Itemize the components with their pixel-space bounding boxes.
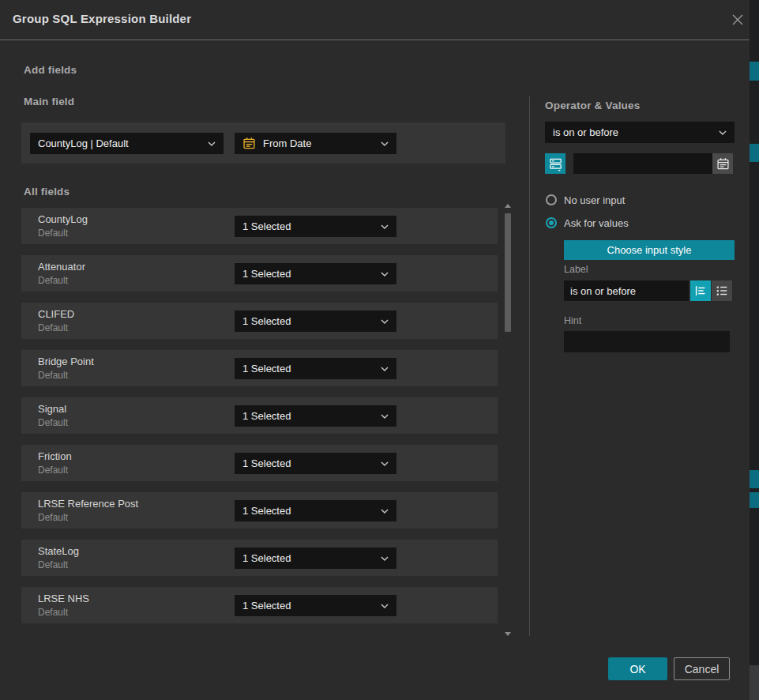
- field-selection-dropdown[interactable]: 1 Selected: [235, 310, 396, 332]
- field-selection-dropdown[interactable]: 1 Selected: [235, 216, 396, 237]
- field-row: CountyLog Default 1 Selected: [21, 208, 498, 244]
- field-selection-dropdown[interactable]: 1 Selected: [235, 358, 396, 379]
- field-row: Signal Default 1 Selected: [21, 397, 498, 434]
- choose-input-style-button[interactable]: Choose input style: [564, 240, 735, 260]
- label-input[interactable]: [564, 280, 689, 301]
- field-selection-dropdown[interactable]: 1 Selected: [235, 405, 396, 427]
- value-input[interactable]: [573, 153, 712, 174]
- add-fields-heading: Add fields: [24, 64, 77, 76]
- panel-divider: [529, 96, 530, 636]
- chevron-down-icon: [381, 224, 389, 229]
- field-subtitle: Default: [38, 322, 68, 333]
- titlebar: Group SQL Expression Builder: [0, 0, 750, 40]
- field-name: Friction: [38, 450, 72, 462]
- field-subtitle: Default: [38, 465, 68, 476]
- field-selection-value: 1 Selected: [242, 410, 381, 422]
- stacked-values-icon: [548, 156, 563, 171]
- chevron-down-icon: [381, 141, 389, 146]
- field-subtitle: Default: [38, 370, 68, 381]
- field-subtitle: Default: [38, 607, 68, 618]
- field-name: StateLog: [38, 545, 79, 557]
- chevron-down-icon: [381, 319, 389, 324]
- field-row: Bridge Point Default 1 Selected: [21, 350, 498, 386]
- scrollbar-down-arrow[interactable]: [505, 632, 511, 636]
- radio-no-user-input[interactable]: No user input: [546, 194, 625, 206]
- field-name: Bridge Point: [38, 356, 94, 367]
- operator-values-heading: Operator & Values: [545, 100, 640, 111]
- group-sql-expression-builder-dialog: Group SQL Expression Builder Add fields …: [0, 0, 750, 700]
- scrollbar-thumb[interactable]: [505, 213, 511, 332]
- field-row: Attenuator Default 1 Selected: [21, 255, 498, 292]
- field-selection-value: 1 Selected: [242, 552, 381, 564]
- field-selection-value: 1 Selected: [242, 457, 381, 469]
- app-edge-accent: [750, 470, 759, 488]
- screen: Group SQL Expression Builder Add fields …: [0, 0, 759, 700]
- field-selection-dropdown[interactable]: 1 Selected: [235, 453, 396, 474]
- list-input-style-button[interactable]: [712, 280, 732, 301]
- bulleted-list-icon: [715, 284, 729, 298]
- field-name: LRSE Reference Post: [38, 498, 138, 510]
- field-row: Friction Default 1 Selected: [21, 445, 498, 481]
- field-name: Signal: [38, 403, 66, 415]
- calendar-icon: [716, 157, 730, 171]
- app-edge-accent: [750, 492, 759, 508]
- radio-ask-for-values[interactable]: Ask for values: [546, 216, 629, 229]
- field-row: LRSE Reference Post Default 1 Selected: [21, 492, 498, 529]
- app-edge-accent: [750, 62, 759, 81]
- chevron-down-icon: [381, 414, 389, 419]
- value-source-button[interactable]: [545, 153, 565, 174]
- field-row: CLIFED Default 1 Selected: [21, 303, 498, 339]
- field-subtitle: Default: [38, 512, 68, 523]
- app-edge-light: [750, 665, 759, 700]
- field-subtitle: Default: [38, 559, 68, 570]
- layer-select[interactable]: CountyLog | Default: [30, 133, 224, 154]
- all-fields-list: CountyLog Default 1 Selected Attenuator …: [21, 208, 498, 634]
- app-edge-strip: [750, 0, 759, 700]
- scrollbar-up-arrow[interactable]: [505, 204, 511, 208]
- chevron-down-icon: [381, 556, 389, 561]
- ok-button[interactable]: OK: [608, 657, 667, 680]
- field-subtitle: Default: [38, 417, 68, 428]
- close-button[interactable]: [726, 8, 750, 32]
- field-row: StateLog Default 1 Selected: [21, 540, 498, 576]
- field-selection-value: 1 Selected: [242, 600, 381, 612]
- single-line-input-style-button[interactable]: [690, 280, 711, 301]
- hint-field-label: Hint: [564, 315, 581, 326]
- chevron-down-icon: [381, 604, 389, 608]
- layer-select-value: CountyLog | Default: [38, 137, 208, 149]
- field-selection-dropdown[interactable]: 1 Selected: [235, 263, 396, 284]
- field-name: LRSE NHS: [38, 593, 89, 604]
- chevron-down-icon: [381, 272, 389, 277]
- chevron-down-icon: [208, 141, 216, 146]
- radio-label: Ask for values: [564, 217, 629, 229]
- label-field-label: Label: [564, 264, 588, 275]
- all-fields-label: All fields: [24, 186, 70, 198]
- field-selection-value: 1 Selected: [242, 315, 381, 327]
- main-field-select-value: From Date: [263, 137, 381, 149]
- chevron-down-icon: [719, 130, 727, 135]
- field-selection-value: 1 Selected: [242, 220, 381, 232]
- radio-icon: [546, 217, 557, 228]
- main-field-panel: CountyLog | Default From Date: [21, 122, 505, 164]
- align-left-icon: [693, 284, 708, 298]
- date-picker-button[interactable]: [712, 153, 733, 174]
- hint-input[interactable]: [564, 331, 730, 352]
- cancel-button[interactable]: Cancel: [674, 657, 730, 680]
- field-name: CLIFED: [38, 308, 74, 320]
- app-edge-accent: [750, 144, 759, 162]
- field-selection-dropdown[interactable]: 1 Selected: [235, 548, 396, 569]
- field-selection-value: 1 Selected: [242, 268, 381, 280]
- radio-icon: [546, 194, 557, 205]
- calendar-icon: [242, 137, 256, 150]
- field-subtitle: Default: [38, 228, 68, 239]
- field-selection-dropdown[interactable]: 1 Selected: [235, 500, 396, 521]
- operator-select[interactable]: is on or before: [545, 122, 735, 143]
- chevron-down-icon: [381, 461, 389, 466]
- radio-label: No user input: [564, 194, 625, 206]
- field-selection-dropdown[interactable]: 1 Selected: [235, 595, 396, 616]
- operator-select-value: is on or before: [553, 126, 719, 138]
- field-row: LRSE NHS Default 1 Selected: [21, 587, 498, 623]
- field-subtitle: Default: [38, 275, 68, 286]
- chevron-down-icon: [381, 367, 389, 371]
- main-field-select[interactable]: From Date: [235, 133, 396, 154]
